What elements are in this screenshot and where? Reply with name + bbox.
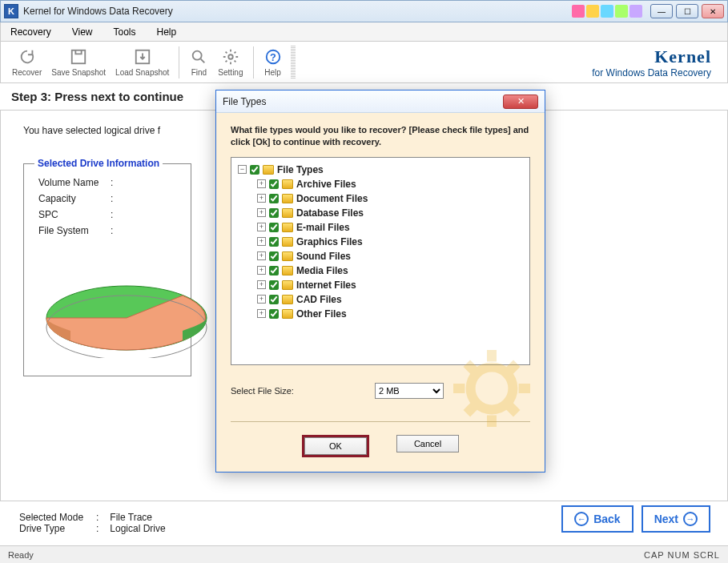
svg-point-8	[471, 367, 513, 409]
load-snapshot-button[interactable]: Load Snapshot	[111, 43, 174, 82]
recover-button[interactable]: Recover	[7, 43, 46, 82]
folder-icon	[282, 179, 293, 189]
recover-icon	[18, 47, 37, 66]
expand-icon[interactable]: +	[257, 208, 266, 217]
titlebar-decoration	[572, 5, 642, 18]
window-title: Kernel for Windows Data Recovery	[23, 6, 572, 17]
tree-checkbox[interactable]	[269, 194, 279, 203]
tree-root[interactable]: − File Types	[238, 163, 523, 177]
folder-icon	[282, 309, 293, 319]
tree-checkbox[interactable]	[269, 295, 279, 304]
collapse-icon[interactable]: −	[238, 165, 247, 174]
tree-checkbox[interactable]	[250, 165, 259, 175]
file-types-dialog: File Types ✕ What file types would you l…	[215, 90, 545, 473]
dialog-title: File Types	[223, 96, 266, 107]
brand-logo: Kernel for Windows Data Recovery	[592, 46, 721, 78]
status-indicators: CAP NUM SCRL	[644, 550, 720, 560]
folder-icon	[282, 266, 293, 275]
setting-button[interactable]: Setting	[213, 43, 247, 82]
tree-checkbox[interactable]	[269, 251, 279, 261]
save-snapshot-button[interactable]: Save Snapshot	[46, 43, 111, 82]
cancel-button[interactable]: Cancel	[396, 435, 459, 452]
tree-item-label: Document Files	[296, 193, 368, 204]
menu-tools[interactable]: Tools	[110, 24, 139, 40]
tree-checkbox[interactable]	[269, 208, 279, 218]
tree-item-label: E-mail Files	[296, 222, 350, 233]
maximize-button[interactable]: ☐	[676, 4, 698, 18]
tree-item[interactable]: +Document Files	[257, 191, 523, 206]
help-button[interactable]: ? Help	[259, 43, 288, 82]
expand-icon[interactable]: +	[257, 295, 266, 304]
tree-checkbox[interactable]	[269, 223, 279, 232]
expand-icon[interactable]: +	[257, 266, 266, 275]
ok-button[interactable]: OK	[304, 437, 367, 455]
svg-text:?: ?	[270, 51, 276, 63]
tree-item-label: Archive Files	[296, 179, 356, 190]
menu-view[interactable]: View	[69, 24, 96, 40]
tree-checkbox[interactable]	[269, 266, 279, 275]
folder-icon	[282, 223, 293, 232]
expand-icon[interactable]: +	[257, 251, 266, 260]
expand-icon[interactable]: +	[257, 194, 266, 203]
window-controls: — ☐ ✕	[650, 4, 724, 18]
tree-checkbox[interactable]	[269, 309, 279, 319]
menu-bar: Recovery View Tools Help	[0, 22, 728, 42]
fieldset-row: File System:	[38, 225, 176, 236]
tree-item[interactable]: +Other Files	[257, 307, 523, 321]
toolbar-separator	[253, 46, 254, 78]
file-size-select[interactable]: 2 MB	[375, 383, 444, 399]
tree-item-label: Media Files	[296, 265, 348, 276]
svg-point-3	[228, 54, 233, 59]
next-button[interactable]: Next →	[642, 505, 710, 533]
back-button[interactable]: ← Back	[561, 505, 633, 533]
menu-recovery[interactable]: Recovery	[7, 24, 54, 40]
tree-item-label: Graphics Files	[296, 236, 363, 247]
svg-rect-0	[72, 50, 86, 64]
expand-icon[interactable]: +	[257, 280, 266, 289]
tree-item-label: Other Files	[296, 308, 347, 320]
tree-item-label: Database Files	[296, 207, 364, 219]
folder-icon	[282, 208, 293, 218]
folder-icon	[282, 251, 293, 261]
dialog-title-bar[interactable]: File Types ✕	[216, 90, 545, 113]
toolbar-separator	[179, 46, 179, 78]
help-icon: ?	[263, 47, 283, 66]
dialog-actions: OK Cancel	[231, 435, 530, 457]
fieldset-title: Selected Drive Information	[34, 158, 163, 169]
load-snapshot-icon	[133, 47, 152, 66]
ok-highlight: OK	[302, 435, 369, 457]
folder-icon	[282, 194, 293, 203]
toolbar: Recover Save Snapshot Load Snapshot Find…	[0, 42, 728, 83]
status-ready: Ready	[8, 550, 34, 560]
toolbar-grip[interactable]	[291, 46, 296, 79]
nav-buttons: ← Back Next →	[561, 505, 710, 533]
menu-help[interactable]: Help	[154, 24, 180, 40]
folder-icon	[263, 165, 274, 175]
tree-checkbox[interactable]	[269, 237, 279, 247]
expand-icon[interactable]: +	[257, 223, 266, 231]
tree-item-label: Sound Files	[296, 251, 351, 262]
tree-checkbox[interactable]	[269, 179, 279, 189]
fieldset-row: Capacity:	[38, 193, 176, 204]
tree-item[interactable]: +Media Files	[257, 263, 523, 278]
tree-item[interactable]: +E-mail Files	[257, 220, 523, 235]
tree-item[interactable]: +Graphics Files	[257, 235, 523, 249]
dialog-prompt: What file types would you like to recove…	[231, 124, 530, 149]
close-button[interactable]: ✕	[702, 4, 724, 18]
title-bar: K Kernel for Windows Data Recovery — ☐ ✕	[0, 0, 728, 22]
tree-checkbox[interactable]	[269, 280, 279, 290]
find-button[interactable]: Find	[184, 43, 213, 82]
file-size-label: Select File Size:	[231, 386, 375, 396]
folder-icon	[282, 237, 293, 247]
tree-item[interactable]: +Database Files	[257, 206, 523, 220]
tree-item[interactable]: +CAD Files	[257, 292, 523, 307]
dialog-close-button[interactable]: ✕	[503, 95, 538, 109]
tree-item[interactable]: +Archive Files	[257, 177, 523, 191]
expand-icon[interactable]: +	[257, 309, 266, 318]
expand-icon[interactable]: +	[257, 179, 266, 188]
expand-icon[interactable]: +	[257, 237, 266, 246]
tree-item[interactable]: +Internet Files	[257, 278, 523, 292]
minimize-button[interactable]: —	[650, 4, 673, 18]
file-types-tree[interactable]: − File Types +Archive Files+Document Fil…	[231, 157, 530, 365]
tree-item[interactable]: +Sound Files	[257, 249, 523, 263]
